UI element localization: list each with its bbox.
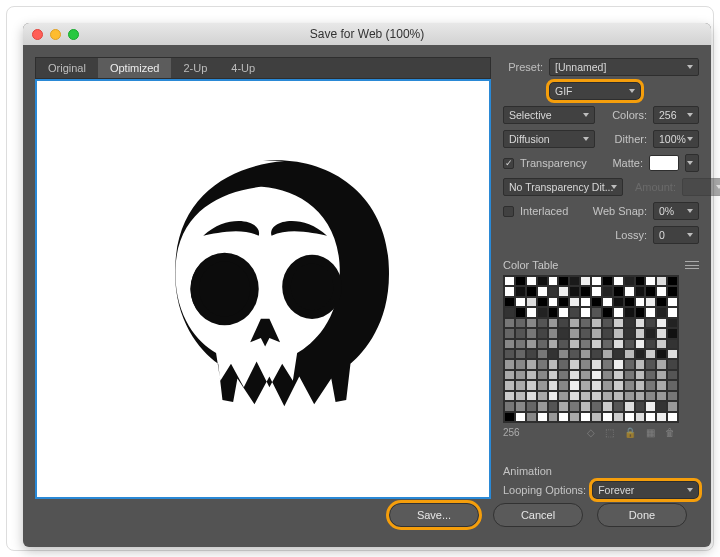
color-swatch[interactable] [526,380,537,390]
color-swatch[interactable] [558,359,569,369]
color-swatch[interactable] [656,359,667,369]
color-swatch[interactable] [548,359,559,369]
color-table-menu-icon[interactable] [685,261,699,269]
color-swatch[interactable] [548,276,559,286]
color-swatch[interactable] [624,297,635,307]
color-swatch[interactable] [591,380,602,390]
color-swatch[interactable] [526,370,537,380]
color-table-shift-icon[interactable]: ⬚ [601,427,618,438]
color-swatch[interactable] [515,380,526,390]
color-swatch[interactable] [537,349,548,359]
color-swatch[interactable] [645,318,656,328]
color-swatch[interactable] [548,286,559,296]
color-swatch[interactable] [558,339,569,349]
color-swatch[interactable] [515,339,526,349]
color-swatch[interactable] [667,391,678,401]
color-swatch[interactable] [515,286,526,296]
color-swatch[interactable] [504,370,515,380]
color-table[interactable] [503,275,679,423]
color-swatch[interactable] [645,297,656,307]
color-swatch[interactable] [537,370,548,380]
color-swatch[interactable] [569,401,580,411]
color-swatch[interactable] [537,339,548,349]
color-swatch[interactable] [613,328,624,338]
color-swatch[interactable] [504,412,515,422]
color-swatch[interactable] [645,307,656,317]
color-swatch[interactable] [526,318,537,328]
color-swatch[interactable] [645,412,656,422]
dither-method-select[interactable]: Diffusion [503,130,595,148]
color-swatch[interactable] [635,359,646,369]
color-table-eyedropper-icon[interactable]: ◇ [583,427,599,438]
color-swatch[interactable] [558,286,569,296]
color-swatch[interactable] [548,297,559,307]
color-swatch[interactable] [504,339,515,349]
color-swatch[interactable] [580,318,591,328]
color-swatch[interactable] [613,412,624,422]
color-swatch[interactable] [656,370,667,380]
color-swatch[interactable] [558,276,569,286]
color-swatch[interactable] [580,391,591,401]
color-swatch[interactable] [569,307,580,317]
color-swatch[interactable] [635,401,646,411]
color-swatch[interactable] [591,307,602,317]
color-swatch[interactable] [613,391,624,401]
color-swatch[interactable] [580,401,591,411]
color-swatch[interactable] [602,297,613,307]
color-swatch[interactable] [537,276,548,286]
color-swatch[interactable] [624,359,635,369]
color-swatch[interactable] [580,276,591,286]
color-swatch[interactable] [537,307,548,317]
color-swatch[interactable] [613,339,624,349]
color-swatch[interactable] [558,318,569,328]
titlebar[interactable]: Save for Web (100%) [23,23,711,45]
color-swatch[interactable] [602,328,613,338]
color-swatch[interactable] [504,359,515,369]
color-swatch[interactable] [591,339,602,349]
color-swatch[interactable] [613,276,624,286]
tab-2up[interactable]: 2-Up [171,58,219,78]
color-swatch[interactable] [537,297,548,307]
color-swatch[interactable] [613,349,624,359]
color-swatch[interactable] [558,370,569,380]
color-swatch[interactable] [537,401,548,411]
color-swatch[interactable] [591,359,602,369]
color-swatch[interactable] [515,276,526,286]
preview-area[interactable] [35,79,491,499]
color-swatch[interactable] [548,318,559,328]
color-swatch[interactable] [624,328,635,338]
color-swatch[interactable] [580,370,591,380]
preset-select[interactable]: [Unnamed] [549,58,699,76]
color-swatch[interactable] [602,307,613,317]
color-swatch[interactable] [569,328,580,338]
color-swatch[interactable] [537,412,548,422]
color-swatch[interactable] [635,349,646,359]
color-swatch[interactable] [667,339,678,349]
matte-swatch[interactable] [649,155,679,171]
color-swatch[interactable] [591,276,602,286]
color-swatch[interactable] [548,328,559,338]
color-swatch[interactable] [591,318,602,328]
color-swatch[interactable] [558,297,569,307]
color-swatch[interactable] [537,391,548,401]
color-swatch[interactable] [602,391,613,401]
dither-select[interactable]: 100% [653,130,699,148]
color-swatch[interactable] [569,370,580,380]
color-swatch[interactable] [526,349,537,359]
color-swatch[interactable] [613,297,624,307]
color-swatch[interactable] [548,339,559,349]
color-swatch[interactable] [558,380,569,390]
color-swatch[interactable] [613,380,624,390]
cancel-button[interactable]: Cancel [493,503,583,527]
color-swatch[interactable] [504,380,515,390]
color-swatch[interactable] [591,401,602,411]
color-swatch[interactable] [526,297,537,307]
color-swatch[interactable] [504,286,515,296]
color-swatch[interactable] [515,412,526,422]
color-swatch[interactable] [558,412,569,422]
color-swatch[interactable] [613,318,624,328]
color-swatch[interactable] [635,328,646,338]
color-swatch[interactable] [667,307,678,317]
color-swatch[interactable] [635,318,646,328]
color-swatch[interactable] [624,412,635,422]
